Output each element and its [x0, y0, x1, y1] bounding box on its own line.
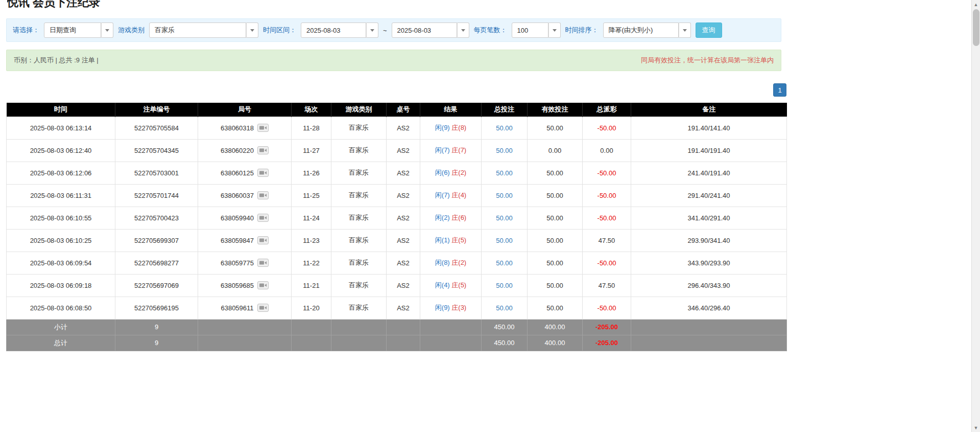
pagination: 1 — [6, 83, 786, 97]
cell-game: 百家乐 — [331, 117, 387, 139]
result-banker: 庄(2) — [451, 169, 466, 176]
result-banker: 庄(7) — [451, 146, 466, 154]
date-to-caret-button[interactable] — [457, 22, 469, 38]
header-payout: 总派彩 — [583, 103, 631, 117]
empty-cell — [292, 319, 331, 335]
cell-remark: 343.90/293.90 — [631, 252, 787, 274]
cell-total-bet[interactable]: 50.00 — [482, 139, 528, 162]
replay-video-icon[interactable] — [257, 124, 269, 132]
replay-video-icon[interactable] — [257, 304, 269, 312]
replay-video-icon[interactable] — [257, 169, 269, 177]
result-player: 闲(7) — [435, 146, 450, 154]
scroll-down-arrow-icon[interactable]: ▼ — [972, 423, 980, 432]
time-range-label: 时间区间： — [263, 26, 296, 35]
scrollbar-thumb[interactable] — [973, 9, 979, 46]
cell-remark: 293.90/341.40 — [631, 229, 787, 252]
cell-table: AS2 — [387, 117, 420, 139]
cell-total-bet[interactable]: 50.00 — [482, 252, 528, 274]
cell-remark: 191.40/191.40 — [631, 139, 787, 162]
cell-time: 2025-08-03 06:09:18 — [7, 274, 115, 297]
cell-game: 百家乐 — [331, 139, 387, 162]
cell-time: 2025-08-03 06:13:14 — [7, 117, 115, 139]
table-body: 2025-08-03 06:13:14 522705705584 6380603… — [7, 117, 787, 319]
sort-caret-button[interactable] — [679, 22, 691, 38]
cell-total-bet[interactable]: 50.00 — [482, 184, 528, 207]
cell-total-bet[interactable]: 50.00 — [482, 207, 528, 229]
cell-bet-id: 522705705584 — [115, 117, 198, 139]
query-type-select[interactable]: 日期查询 — [44, 22, 113, 38]
grand-total-valid-bet: 400.00 — [528, 335, 583, 351]
cell-time: 2025-08-03 06:12:40 — [7, 139, 115, 162]
cell-result: 闲(4) 庄(5) — [420, 274, 482, 297]
cell-result: 闲(2) 庄(6) — [420, 207, 482, 229]
date-to-value: 2025-08-03 — [392, 22, 457, 38]
cell-valid-bet: 50.00 — [528, 184, 583, 207]
table-row: 2025-08-03 06:13:14 522705705584 6380603… — [7, 117, 787, 139]
game-type-select[interactable]: 百家乐 — [149, 22, 258, 38]
page-size-label: 每页笔数： — [474, 26, 507, 35]
cell-result: 闲(1) 庄(5) — [420, 229, 482, 252]
cell-total-bet[interactable]: 50.00 — [482, 162, 528, 184]
header-bet-id: 注单编号 — [115, 103, 198, 117]
cell-session: 11-28 — [292, 117, 331, 139]
query-type-value: 日期查询 — [44, 22, 101, 38]
sort-value: 降幂(由大到小) — [603, 22, 679, 38]
header-round: 局号 — [198, 103, 292, 117]
cell-table: AS2 — [387, 297, 420, 319]
chevron-down-icon — [553, 29, 557, 32]
cell-session: 11-21 — [292, 274, 331, 297]
cell-total-bet[interactable]: 50.00 — [482, 297, 528, 319]
replay-video-icon[interactable] — [257, 191, 269, 199]
cell-bet-id: 522705699307 — [115, 229, 198, 252]
date-to-picker[interactable]: 2025-08-03 — [392, 22, 469, 38]
cell-bet-id: 522705700423 — [115, 207, 198, 229]
replay-video-icon[interactable] — [257, 146, 269, 154]
cell-table: AS2 — [387, 184, 420, 207]
grand-total-row: 总计 9 450.00 400.00 -205.00 — [7, 335, 787, 351]
vertical-scrollbar[interactable]: ▲ ▼ — [971, 0, 980, 432]
cell-table: AS2 — [387, 229, 420, 252]
header-remark: 备注 — [631, 103, 787, 117]
round-id: 638059940 — [221, 214, 254, 222]
page-size-select[interactable]: 100 — [512, 22, 561, 38]
replay-video-icon[interactable] — [257, 236, 269, 244]
page-size-caret-button[interactable] — [548, 22, 561, 38]
query-button[interactable]: 查询 — [696, 22, 722, 38]
result-player: 闲(6) — [435, 169, 450, 176]
result-banker: 庄(6) — [451, 214, 466, 221]
sort-label: 时间排序： — [565, 26, 599, 35]
replay-video-icon[interactable] — [257, 281, 269, 289]
cell-session: 11-22 — [292, 252, 331, 274]
page-1-button[interactable]: 1 — [773, 83, 786, 97]
empty-cell — [387, 335, 420, 351]
cell-result: 闲(7) 庄(7) — [420, 139, 482, 162]
grand-total-label: 总计 — [7, 335, 115, 351]
replay-video-icon[interactable] — [257, 214, 269, 222]
cell-total-bet[interactable]: 50.00 — [482, 117, 528, 139]
cell-remark: 341.40/291.40 — [631, 207, 787, 229]
chevron-down-icon — [370, 29, 374, 32]
date-from-picker[interactable]: 2025-08-03 — [301, 22, 378, 38]
empty-cell — [631, 335, 787, 351]
table-row: 2025-08-03 06:12:06 522705703001 6380601… — [7, 162, 787, 184]
cell-session: 11-25 — [292, 184, 331, 207]
cell-result: 闲(6) 庄(2) — [420, 162, 482, 184]
empty-cell — [292, 335, 331, 351]
scroll-up-arrow-icon[interactable]: ▲ — [972, 0, 980, 9]
game-type-caret-button[interactable] — [246, 22, 258, 38]
sort-select[interactable]: 降幂(由大到小) — [603, 22, 691, 38]
cell-round: 638059940 — [198, 207, 292, 229]
cell-total-bet[interactable]: 50.00 — [482, 274, 528, 297]
cell-valid-bet: 50.00 — [528, 162, 583, 184]
date-from-caret-button[interactable] — [366, 22, 378, 38]
cell-table: AS2 — [387, 252, 420, 274]
result-player: 闲(1) — [435, 236, 450, 244]
replay-video-icon[interactable] — [257, 259, 269, 267]
subtotal-payout: -205.00 — [583, 319, 631, 335]
cell-bet-id: 522705696195 — [115, 297, 198, 319]
cell-total-bet[interactable]: 50.00 — [482, 229, 528, 252]
cell-game: 百家乐 — [331, 229, 387, 252]
query-type-caret-button[interactable] — [101, 22, 113, 38]
cell-bet-id: 522705701744 — [115, 184, 198, 207]
chevron-down-icon — [683, 29, 687, 32]
